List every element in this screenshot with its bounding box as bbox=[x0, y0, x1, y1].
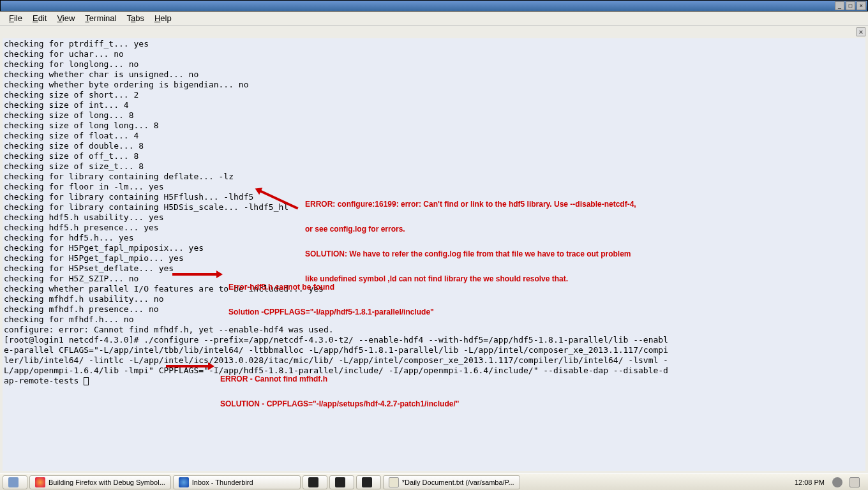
firefox-icon bbox=[35, 477, 45, 487]
taskbar-app-thunderbird[interactable]: Inbox - Thunderbird bbox=[173, 475, 301, 489]
taskbar-app-label: Inbox - Thunderbird bbox=[192, 479, 253, 486]
menu-tabs[interactable]: Tabs bbox=[121, 12, 149, 24]
thunderbird-icon bbox=[179, 477, 189, 487]
maximize-button[interactable]: □ bbox=[846, 1, 855, 10]
menu-bar: File Edit View Terminal Tabs Help bbox=[0, 11, 868, 26]
text-document-icon bbox=[389, 477, 399, 487]
taskbar-app-terminal-3[interactable] bbox=[356, 475, 381, 489]
taskbar-app-terminal-2[interactable] bbox=[329, 475, 354, 489]
taskbar-show-desktop[interactable] bbox=[3, 475, 27, 489]
taskbar-app-label: *Daily Document.txt (/var/samba/P... bbox=[402, 479, 514, 486]
tab-close-button[interactable]: × bbox=[857, 27, 865, 36]
minimize-button[interactable]: _ bbox=[835, 1, 844, 10]
tray-icon[interactable] bbox=[849, 477, 860, 487]
menu-file[interactable]: File bbox=[4, 12, 27, 24]
terminal-container: × checking for ptrdiff_t... yes checking… bbox=[0, 26, 868, 473]
terminal-output[interactable]: checking for ptrdiff_t... yes checking f… bbox=[3, 38, 865, 471]
taskbar-app-label: Building Firefox with Debug Symbol... bbox=[49, 479, 165, 486]
close-window-button[interactable]: × bbox=[857, 1, 866, 10]
taskbar-app-terminal-1[interactable] bbox=[303, 475, 327, 489]
taskbar-app-firefox[interactable]: Building Firefox with Debug Symbol... bbox=[29, 475, 171, 489]
taskbar-clock[interactable]: 12:08 PM bbox=[791, 479, 828, 486]
taskbar-app-editor[interactable]: *Daily Document.txt (/var/samba/P... bbox=[383, 475, 520, 489]
volume-icon[interactable] bbox=[832, 477, 842, 487]
terminal-icon bbox=[308, 477, 318, 487]
window-titlebar: _ □ × bbox=[0, 0, 868, 11]
menu-view[interactable]: View bbox=[52, 12, 80, 24]
system-tray: 12:08 PM bbox=[788, 477, 865, 487]
taskbar: Building Firefox with Debug Symbol... In… bbox=[0, 473, 868, 490]
menu-terminal[interactable]: Terminal bbox=[80, 12, 121, 24]
terminal-icon bbox=[335, 477, 345, 487]
terminal-icon bbox=[362, 477, 372, 487]
menu-edit[interactable]: Edit bbox=[27, 12, 52, 24]
menu-help[interactable]: Help bbox=[149, 12, 177, 24]
